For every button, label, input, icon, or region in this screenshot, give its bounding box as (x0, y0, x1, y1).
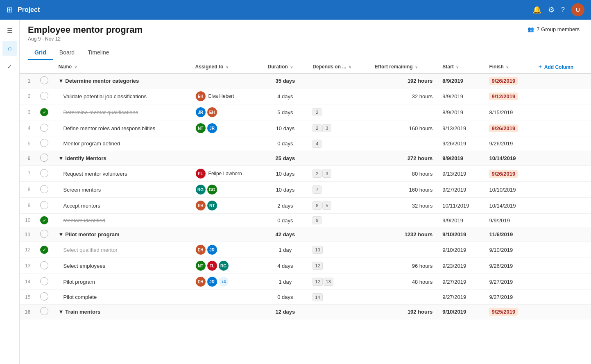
depends-badge[interactable]: 2 (312, 108, 322, 116)
avatar[interactable]: EH (195, 91, 206, 102)
help-icon[interactable]: ? (561, 6, 565, 14)
task-name-cell[interactable]: Validate potential job classifications (53, 88, 190, 104)
task-name-cell[interactable]: Select qualified mentor (53, 242, 190, 258)
table-row: 15Pilot complete0 days149/27/20199/27/20… (20, 290, 591, 305)
depends-badge[interactable]: 12 (312, 262, 322, 270)
task-name-cell[interactable]: Mentor program defined (53, 136, 190, 151)
col-start-header[interactable]: Start ∨ (437, 60, 484, 74)
task-name-cell[interactable]: Pilot program (53, 274, 190, 290)
avatar[interactable]: JR (207, 276, 217, 287)
row-checkbox[interactable] (40, 92, 48, 100)
depends-cell (308, 88, 370, 104)
finish-cell: 9/10/2019 (484, 242, 533, 258)
avatar[interactable]: EH (207, 107, 217, 118)
depends-badge[interactable]: 4 (312, 140, 322, 148)
settings-icon[interactable]: ⚙ (548, 5, 555, 14)
avatar[interactable]: JR (207, 123, 217, 133)
avatar[interactable]: NT (207, 200, 217, 211)
depends-badge[interactable]: 2 (312, 170, 322, 178)
task-name-cell[interactable]: Define mentor roles and responsiblities (53, 120, 190, 136)
task-name-cell[interactable]: Accept mentors (53, 198, 190, 214)
depends-badge[interactable]: 10 (312, 246, 322, 254)
depends-badge[interactable]: 9 (312, 216, 322, 224)
row-checkbox[interactable]: ✓ (40, 216, 48, 224)
row-checkbox[interactable]: ✓ (40, 246, 48, 254)
row-checkbox[interactable] (40, 261, 48, 269)
group-members-button[interactable]: 👥 7 Group members (524, 25, 583, 34)
depends-badge[interactable]: 8 (312, 201, 322, 210)
depends-badge[interactable]: 7 (312, 185, 322, 194)
col-duration-header[interactable]: Duration ∨ (263, 60, 308, 74)
task-name-cell[interactable]: Screen mentors (53, 182, 190, 198)
group-arrow-icon[interactable]: ▼ (58, 309, 63, 315)
assigned-cell: EHNT (190, 198, 263, 214)
col-depends-header[interactable]: Depends on ... ∨ (308, 60, 370, 74)
avatar[interactable]: GG (207, 184, 217, 195)
depends-badge[interactable]: 3 (322, 170, 331, 178)
row-checkbox[interactable] (40, 139, 48, 147)
topbar: ⊞ Project 🔔 ⚙ ? U (0, 0, 591, 20)
depends-badge[interactable]: 13 (324, 278, 333, 286)
task-name-cell[interactable]: Request mentor volunteers (53, 166, 190, 182)
depends-badge[interactable]: 5 (322, 201, 331, 210)
avatar[interactable]: RG (195, 184, 206, 195)
group-arrow-icon[interactable]: ▼ (58, 78, 63, 84)
avatar[interactable]: FL (195, 168, 206, 179)
task-name-cell[interactable]: Select employees (53, 258, 190, 274)
sidebar-check-icon[interactable]: ✓ (2, 59, 17, 74)
tab-board[interactable]: Board (53, 46, 81, 60)
task-name-cell[interactable]: ▼Train mentors (53, 305, 190, 319)
row-checkbox[interactable] (40, 230, 48, 238)
notification-icon[interactable]: 🔔 (532, 5, 541, 14)
row-checkbox[interactable] (40, 169, 48, 177)
row-checkbox[interactable] (40, 201, 48, 209)
row-checkbox[interactable] (40, 124, 48, 132)
task-name-cell[interactable]: Mentors identified (53, 214, 190, 227)
col-name-header[interactable]: Name ∨ (53, 60, 190, 74)
avatar[interactable]: FL (207, 260, 217, 271)
finish-value: 9/26/2019 (489, 170, 518, 178)
avatar[interactable]: NT (195, 260, 206, 271)
waffle-icon[interactable]: ⊞ (7, 5, 13, 14)
task-name-cell[interactable]: ▼Determine mentor categories (53, 74, 190, 88)
depends-badge[interactable]: 2 (312, 124, 322, 132)
avatar[interactable]: RG (218, 260, 229, 271)
task-name-cell[interactable]: Determine mentor qualifications (53, 104, 190, 120)
task-name-cell[interactable]: ▼Identify Mentors (53, 151, 190, 166)
row-checkbox[interactable] (40, 307, 48, 315)
row-checkbox[interactable] (40, 154, 48, 162)
col-finish-header[interactable]: Finish ∨ (484, 60, 533, 74)
add-col-cell (534, 166, 591, 182)
assigned-cell (190, 74, 263, 88)
tab-grid[interactable]: Grid (28, 46, 53, 60)
tab-timeline[interactable]: Timeline (81, 46, 115, 60)
row-checkbox[interactable] (40, 292, 48, 301)
depends-badge[interactable]: 14 (312, 293, 322, 301)
sidebar-home-icon[interactable]: ⌂ (2, 41, 17, 56)
avatar-group: NTJR (195, 123, 258, 133)
avatar[interactable]: NT (195, 123, 206, 133)
add-column-button[interactable]: + Add Column (534, 60, 591, 74)
assigned-cell: NTFLRG (190, 258, 263, 274)
user-avatar[interactable]: U (571, 3, 584, 16)
depends-badge[interactable]: 3 (322, 124, 331, 132)
avatar[interactable]: EH (195, 276, 206, 287)
task-name-cell[interactable]: ▼Pilot mentor program (53, 227, 190, 242)
row-checkbox[interactable] (40, 185, 48, 193)
start-value: 9/23/2019 (442, 263, 466, 269)
row-number: 7 (20, 166, 35, 182)
col-assigned-header[interactable]: Assigned to ∨ (190, 60, 263, 74)
task-name-cell[interactable]: Pilot complete (53, 290, 190, 305)
col-effort-header[interactable]: Effort remaining ∨ (370, 60, 437, 74)
row-checkbox[interactable] (40, 76, 48, 84)
sidebar-menu-icon[interactable]: ☰ (2, 23, 17, 38)
row-checkbox[interactable]: ✓ (40, 108, 48, 116)
depends-badge[interactable]: 12 (312, 278, 322, 286)
group-arrow-icon[interactable]: ▼ (58, 231, 63, 237)
row-checkbox[interactable] (40, 277, 48, 285)
avatar[interactable]: EH (195, 244, 206, 255)
group-arrow-icon[interactable]: ▼ (58, 155, 63, 161)
avatar[interactable]: JR (195, 107, 206, 118)
avatar[interactable]: JR (207, 244, 217, 255)
avatar[interactable]: EH (195, 200, 206, 211)
